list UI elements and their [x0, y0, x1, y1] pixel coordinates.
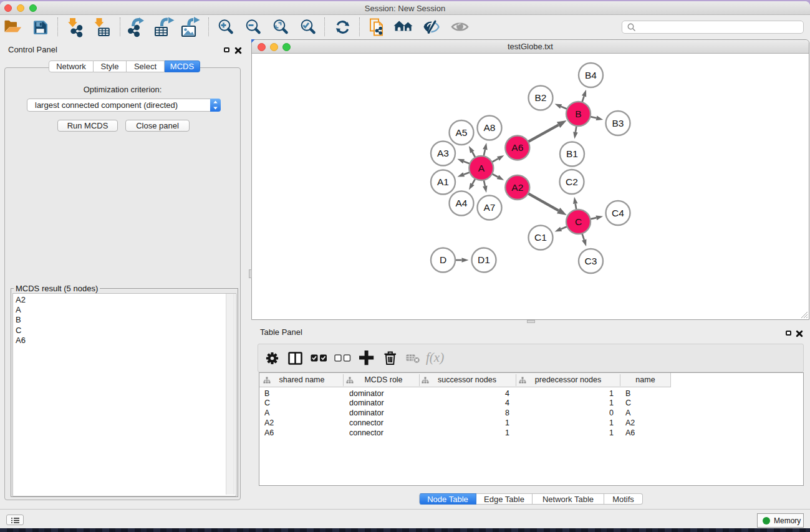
- svg-text:B: B: [575, 109, 581, 119]
- svg-text:C: C: [575, 216, 582, 227]
- svg-text:A6: A6: [511, 142, 523, 153]
- svg-text:C3: C3: [585, 256, 597, 266]
- svg-text:A5: A5: [456, 127, 468, 138]
- svg-text:D: D: [440, 254, 446, 265]
- svg-text:B1: B1: [566, 148, 578, 159]
- svg-text:f(x): f(x): [426, 350, 444, 365]
- svg-text:A3: A3: [437, 148, 449, 158]
- svg-text:B3: B3: [612, 118, 624, 128]
- svg-text:B4: B4: [585, 70, 597, 80]
- svg-text:D1: D1: [478, 254, 490, 265]
- svg-text:A2: A2: [511, 182, 523, 193]
- svg-text:A7: A7: [484, 202, 496, 213]
- svg-text:C1: C1: [534, 232, 547, 243]
- svg-text:A: A: [478, 163, 485, 173]
- svg-text:B2: B2: [535, 92, 547, 103]
- svg-text:A4: A4: [456, 198, 468, 208]
- svg-text:C4: C4: [612, 208, 624, 218]
- svg-text:A1: A1: [437, 177, 449, 187]
- svg-text:C2: C2: [566, 177, 578, 187]
- svg-text:A8: A8: [484, 122, 496, 133]
